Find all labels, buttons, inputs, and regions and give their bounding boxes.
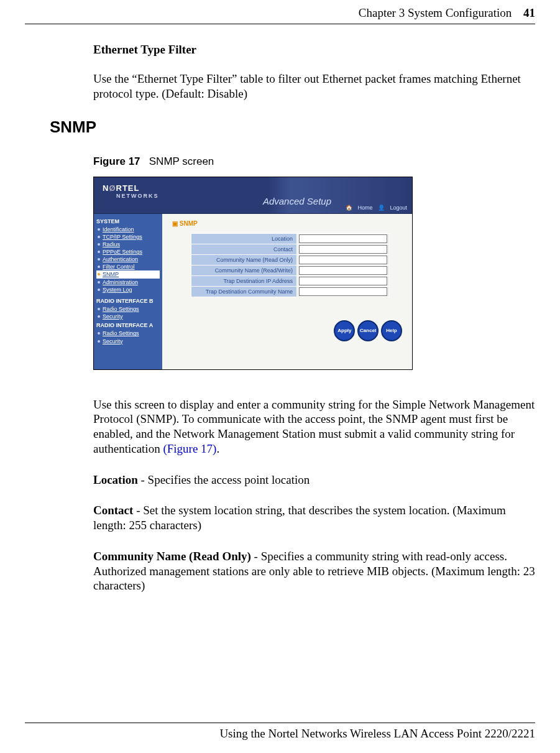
sidebar-item-pppoe[interactable]: PPPoE Settings bbox=[96, 248, 162, 256]
sidebar-item-filter-control[interactable]: Filter Control bbox=[96, 263, 162, 270]
figure-caption: Figure 17 SNMP screen bbox=[93, 155, 535, 168]
brand-sub: NETWORKS bbox=[116, 193, 159, 199]
running-footer: Using the Nortel Networks Wireless LAN A… bbox=[25, 723, 535, 741]
label-contact: Contact bbox=[191, 244, 297, 254]
chapter-label: Chapter 3 System Configuration bbox=[359, 6, 512, 19]
home-icon[interactable]: 🏠 Home bbox=[346, 205, 373, 211]
apply-button[interactable]: Apply bbox=[334, 320, 355, 341]
figure-17-link[interactable]: (Figure 17) bbox=[163, 442, 216, 455]
snmp-form: Location Contact Community Name (Read On… bbox=[191, 233, 390, 297]
sidebar-item-rib-radio-settings[interactable]: Radio Settings bbox=[96, 305, 162, 313]
location-input[interactable] bbox=[299, 234, 387, 243]
banner-title: Advanced Setup bbox=[263, 196, 331, 206]
subsection-heading-ethernet-type-filter: Ethernet Type Filter bbox=[93, 43, 535, 57]
sidebar-group-radio-b: RADIO INTERFACE B bbox=[96, 297, 162, 305]
sidebar-item-system-log[interactable]: System Log bbox=[96, 286, 162, 293]
table-row: Trap Destination Community Name bbox=[191, 286, 390, 297]
trap-community-input[interactable] bbox=[299, 287, 387, 296]
contact-field-description: Contact - Set the system location string… bbox=[93, 503, 535, 533]
main-panel: SNMP Location Contact Community Name (Re… bbox=[162, 214, 412, 370]
help-button[interactable]: Help bbox=[381, 320, 402, 341]
snmp-usage-paragraph: Use this screen to display and enter a c… bbox=[93, 397, 535, 456]
sidebar-item-snmp[interactable]: SNMP bbox=[96, 270, 160, 278]
figure-caption-text: SNMP screen bbox=[149, 155, 214, 167]
section-heading-snmp: SNMP bbox=[50, 118, 535, 137]
label-trap-ip: Trap Destination IP Address bbox=[191, 275, 297, 286]
panel-title: SNMP bbox=[172, 220, 406, 227]
table-row: Community Name (Read/Write) bbox=[191, 265, 390, 275]
sidebar: SYSTEM Identification TCP/IP Settings Ra… bbox=[94, 214, 162, 370]
sidebar-item-rib-security[interactable]: Security bbox=[96, 313, 162, 320]
sidebar-item-ria-radio-settings[interactable]: Radio Settings bbox=[96, 330, 162, 337]
sidebar-item-administration[interactable]: Administration bbox=[96, 279, 162, 286]
sidebar-item-ria-security[interactable]: Security bbox=[96, 338, 162, 345]
sidebar-item-authentication[interactable]: Authentication bbox=[96, 256, 162, 263]
table-row: Trap Destination IP Address bbox=[191, 275, 390, 286]
logout-icon[interactable]: 👤 Logout bbox=[378, 205, 407, 211]
label-community-rw: Community Name (Read/Write) bbox=[191, 265, 297, 275]
table-row: Contact bbox=[191, 244, 390, 254]
sidebar-item-identification[interactable]: Identification bbox=[96, 226, 162, 233]
community-ro-field-description: Community Name (Read Only) - Specifies a… bbox=[93, 549, 535, 593]
label-location: Location bbox=[191, 233, 297, 244]
header-links: 🏠 Home 👤 Logout bbox=[342, 205, 407, 211]
community-rw-input[interactable] bbox=[299, 266, 387, 275]
table-row: Community Name (Read Only) bbox=[191, 254, 390, 265]
page-number: 41 bbox=[523, 6, 535, 19]
sidebar-item-radius[interactable]: Radius bbox=[96, 241, 162, 248]
running-header: Chapter 3 System Configuration 41 bbox=[25, 6, 535, 24]
action-buttons: Apply Cancel Help bbox=[333, 320, 402, 341]
brand-logo: NØRTEL bbox=[103, 183, 139, 193]
table-row: Location bbox=[191, 233, 390, 244]
label-community-ro: Community Name (Read Only) bbox=[191, 254, 297, 265]
ethernet-type-filter-description: Use the “Ethernet Type Filter” table to … bbox=[93, 72, 535, 101]
contact-input[interactable] bbox=[299, 245, 387, 254]
location-field-description: Location - Specifies the access point lo… bbox=[93, 473, 535, 487]
sidebar-item-tcpip[interactable]: TCP/IP Settings bbox=[96, 233, 162, 241]
sidebar-group-system: SYSTEM bbox=[96, 218, 162, 225]
figure-label: Figure 17 bbox=[93, 155, 140, 167]
snmp-screenshot: NØRTEL NETWORKS Advanced Setup 🏠 Home 👤 … bbox=[93, 177, 413, 370]
cancel-button[interactable]: Cancel bbox=[357, 320, 379, 341]
label-trap-community: Trap Destination Community Name bbox=[191, 286, 297, 297]
sidebar-group-radio-a: RADIO INTERFACE A bbox=[96, 321, 162, 329]
trap-ip-input[interactable] bbox=[299, 277, 387, 285]
community-ro-input[interactable] bbox=[299, 256, 387, 264]
app-header: NØRTEL NETWORKS Advanced Setup 🏠 Home 👤 … bbox=[94, 177, 412, 214]
